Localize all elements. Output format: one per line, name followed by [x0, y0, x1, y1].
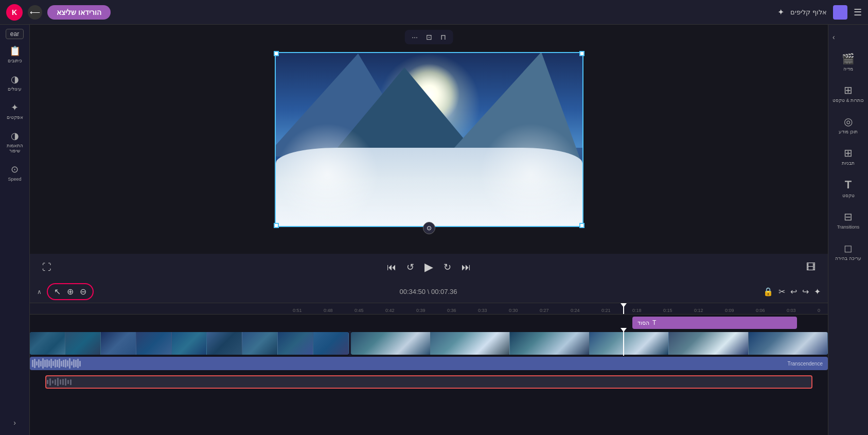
handle-bottom-right[interactable] [579, 223, 584, 228]
music-bar [62, 379, 64, 385]
cut-button[interactable]: ✂ [778, 287, 785, 297]
right-sidebar-item-highlight[interactable]: ◻ עריכה בהירה [828, 237, 868, 266]
clips-icon-button[interactable] [833, 5, 847, 20]
text-clip[interactable]: T הסוד [632, 317, 797, 329]
topbar: K ⟵ הורידאו שליצא ✦ אלוף קליפים ☰ [0, 0, 868, 25]
add-media-button[interactable]: ✦ [814, 287, 821, 297]
music-bar [70, 379, 72, 385]
topbar-right: ✦ אלוף קליפים ☰ [777, 5, 862, 20]
music-bar [65, 378, 66, 386]
redo-button[interactable]: ↪ [802, 287, 809, 297]
right-sidebar-item-content-aware[interactable]: ◎ תוכן מודע [828, 110, 868, 140]
sidebar-item-elements[interactable]: ◑ עיגולים [0, 69, 29, 96]
preview-top-controls: ··· ⊡ ⊓ [404, 30, 453, 44]
wave-bar [32, 360, 33, 367]
play-button[interactable]: ▶ [422, 258, 435, 276]
right-sidebar-item-transitions[interactable]: ⊟ Transitions [828, 205, 868, 235]
step-back-button[interactable]: ⏮ [385, 260, 398, 275]
right-sidebar-item-titles[interactable]: ⊞ כותרות & טקסט [828, 79, 868, 108]
right-sidebar-label-templates: תבניות [842, 161, 855, 166]
select-tool-button[interactable]: ↖ [52, 286, 63, 298]
right-sidebar-item-media[interactable]: 🎬 מדיה [828, 47, 868, 77]
handle-bottom-left[interactable] [274, 223, 279, 228]
undo-button[interactable]: ↩ [790, 287, 797, 297]
back-button[interactable]: ⟵ [28, 5, 42, 20]
templates-icon: ⊞ [844, 147, 853, 159]
video-clip-2[interactable] [351, 332, 828, 355]
adjustments-icon: ◑ [11, 130, 19, 142]
timeline-toolbar: ∧ ↖ ⊕ ⊖ 00:07.36 \ 00:34:50 🔒 ✂ ↩ ↪ ✦ [30, 281, 828, 303]
wave-bar [71, 361, 73, 366]
right-sidebar-item-text[interactable]: T טקסט [828, 173, 868, 203]
sidebar-item-effects[interactable]: ✦ אפקטים [0, 98, 29, 124]
sidebar-item-notes[interactable]: 📋 כיתובים [0, 41, 29, 67]
expand-button[interactable]: ⛶ [40, 260, 54, 275]
video-preview[interactable] [275, 52, 583, 227]
titles-icon: ⊞ [844, 84, 853, 96]
zoom-in-button[interactable]: ⊕ [65, 286, 76, 298]
audio-clip[interactable]: Transcendence [30, 357, 828, 370]
rewind5-button[interactable]: ↺ [404, 259, 416, 275]
music-track-row [30, 374, 828, 395]
wave-bar [77, 359, 79, 368]
wave-bar [50, 359, 52, 369]
clips-label: אלוף קליפים [790, 8, 827, 16]
right-sidebar: ‹ 🎬 מדיה ⊞ כותרות & טקסט ◎ תוכן מודע ⊞ ת… [828, 25, 868, 435]
ear-badge: ear [6, 29, 24, 39]
pb-left: ⛶ [40, 260, 54, 275]
ruler-time-0: 0 [818, 308, 820, 313]
sidebar-expand-arrow[interactable]: › [9, 414, 20, 431]
preview-fit-button[interactable]: ⊡ [424, 32, 434, 42]
handle-bottom-center[interactable]: ⊙ [423, 222, 435, 234]
ruler-time-15: 0:15 [663, 308, 672, 313]
highlight-icon: ◻ [844, 242, 853, 254]
ruler-time-27: 0:27 [540, 308, 549, 313]
sidebar-item-speed[interactable]: ⊙ Speed [0, 160, 29, 186]
fullscreen-button[interactable]: 🎞 [804, 260, 818, 275]
timeline-content: 0 0:03 0:06 0:09 0:12 0:15 0:18 0:21 0:2… [30, 303, 828, 435]
handle-top-left[interactable] [274, 51, 279, 56]
handle-top-right[interactable] [579, 51, 584, 56]
lock-button[interactable]: 🔒 [763, 287, 773, 297]
sidebar-item-label-notes: כיתובים [8, 58, 22, 63]
right-sidebar-label-text: טקסט [842, 193, 855, 198]
app-logo[interactable]: K [6, 4, 23, 21]
menu-icon[interactable]: ☰ [854, 7, 862, 18]
ruler-time-6: 0:06 [756, 308, 765, 313]
audio-waveform [30, 357, 828, 370]
preview-crop-button[interactable]: ⊓ [438, 32, 448, 42]
music-bar [67, 380, 69, 384]
playback-controls: ⛶ ⏮ ↺ ▶ ↻ ⏭ 🎞 [30, 254, 828, 281]
preview-more-button[interactable]: ··· [410, 32, 420, 42]
wave-bar [69, 358, 70, 369]
right-sidebar-item-templates[interactable]: ⊞ תבניות [828, 142, 868, 171]
timeline-collapse-button[interactable]: ∧ [37, 288, 42, 295]
ruler-playhead-triangle [621, 303, 627, 307]
notes-icon: 📋 [9, 45, 21, 57]
wand-icon[interactable]: ✦ [777, 7, 784, 17]
timeline-tracks: T הסוד [30, 315, 828, 395]
video-clip-1[interactable] [30, 332, 349, 355]
text-clip-icon: T [652, 319, 656, 326]
right-sidebar-label-media: מדיה [843, 66, 853, 72]
preview-area: ··· ⊡ ⊓ [30, 25, 828, 254]
snow-thumb-6 [749, 332, 828, 355]
zoom-out-button[interactable]: ⊖ [78, 286, 88, 298]
snow-thumb-5 [669, 332, 749, 355]
main-layout: ear 📋 כיתובים ◑ עיגולים ✦ אפקטים ◑ התאמו… [0, 25, 868, 435]
fog-bottom [276, 175, 582, 226]
right-sidebar-label-transitions: Transitions [837, 224, 860, 230]
audio-track-row: Transcendence [30, 356, 828, 374]
wave-bar [44, 360, 46, 367]
step-forward-button[interactable]: ⏭ [459, 260, 473, 275]
sidebar-item-label-effects: אפקטים [7, 115, 23, 120]
sidebar-item-label-adjustments: התאמות שיפור [2, 143, 27, 153]
music-clip[interactable] [45, 375, 812, 389]
right-sidebar-collapse-arrow[interactable]: ‹ [828, 29, 839, 45]
project-title-button[interactable]: הורידאו שליצא [47, 5, 111, 20]
music-bar [49, 378, 51, 385]
ruler-time-21: 0:21 [601, 308, 611, 313]
sidebar-item-adjustments[interactable]: ◑ התאמות שיפור [0, 126, 29, 158]
forward5-button[interactable]: ↻ [441, 259, 453, 275]
wave-bar [73, 359, 75, 367]
